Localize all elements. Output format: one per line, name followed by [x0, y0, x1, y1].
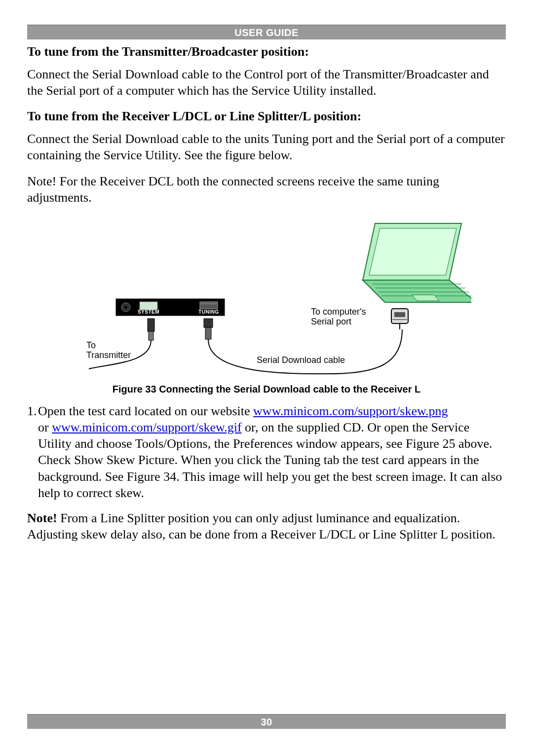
- section1-heading-text: To tune from the Transmitter/Broadcaster…: [27, 44, 305, 59]
- svg-rect-11: [140, 302, 157, 310]
- figure-wrap: SYSTEM TUNING To Transmitter: [27, 216, 506, 379]
- serial-cable-connector-icon: [204, 319, 402, 374]
- section2-heading: To tune from the Receiver L/DCL or Line …: [27, 109, 506, 124]
- page-number: 30: [261, 717, 272, 727]
- page: USER GUIDE To tune from the Transmitter/…: [0, 0, 533, 756]
- header-bar: USER GUIDE: [27, 25, 506, 39]
- step-1-pre: Open the test card located on our websit…: [38, 404, 253, 418]
- section2-para: Connect the Serial Download cable to the…: [27, 131, 506, 164]
- note-2: Note! From a Line Splitter position you …: [27, 510, 506, 543]
- section1-para: Connect the Serial Download cable to the…: [27, 66, 506, 99]
- svg-rect-14: [148, 319, 154, 331]
- step-1-number: 1.: [27, 403, 38, 419]
- laptop-icon: [363, 223, 471, 302]
- to-computer-label-line1: To computer's: [311, 307, 366, 317]
- svg-rect-15: [149, 331, 153, 340]
- svg-marker-7: [412, 295, 439, 301]
- serial-cable-label: Serial Download cable: [257, 355, 345, 365]
- svg-rect-19: [394, 312, 405, 317]
- system-label: SYSTEM: [138, 309, 159, 315]
- header-title: USER GUIDE: [234, 27, 298, 38]
- footer-bar: 30: [27, 714, 506, 729]
- serial-plug-icon: [391, 309, 408, 329]
- to-transmitter-label-line2: Transmitter: [86, 350, 131, 360]
- svg-rect-12: [200, 302, 218, 309]
- note-2-lead: Note!: [27, 511, 57, 525]
- figure-caption: Figure 33 Connecting the Serial Download…: [27, 384, 506, 395]
- tuning-label: TUNING: [198, 309, 219, 315]
- step-1-mid1: or: [38, 420, 52, 434]
- svg-rect-17: [205, 327, 211, 339]
- step-1: 1.Open the test card located on our webs…: [27, 403, 506, 502]
- svg-point-10: [124, 305, 128, 309]
- receiver-device-icon: SYSTEM TUNING: [116, 299, 225, 316]
- svg-marker-1: [369, 228, 457, 275]
- content: To tune from the Transmitter/Broadcaster…: [27, 44, 506, 543]
- svg-rect-16: [204, 319, 213, 327]
- to-transmitter-label-line1: To: [86, 340, 96, 350]
- step-1-body: or www.minicom.com/support/skew.gif or, …: [27, 419, 506, 501]
- skew-png-link[interactable]: www.minicom.com/support/skew.png: [253, 404, 448, 418]
- note-2-body: From a Line Splitter position you can on…: [27, 511, 495, 541]
- to-computer-label-line2: Serial port: [311, 317, 351, 326]
- section2-note: Note! For the Receiver DCL both the conn…: [27, 173, 506, 206]
- skew-gif-link[interactable]: www.minicom.com/support/skew.gif: [52, 420, 241, 434]
- figure-diagram: SYSTEM TUNING To Transmitter: [62, 216, 471, 379]
- section1-heading: To tune from the Transmitter/Broadcaster…: [27, 44, 506, 59]
- section1-colon: :: [305, 44, 309, 59]
- transmitter-connector-icon: [89, 319, 154, 369]
